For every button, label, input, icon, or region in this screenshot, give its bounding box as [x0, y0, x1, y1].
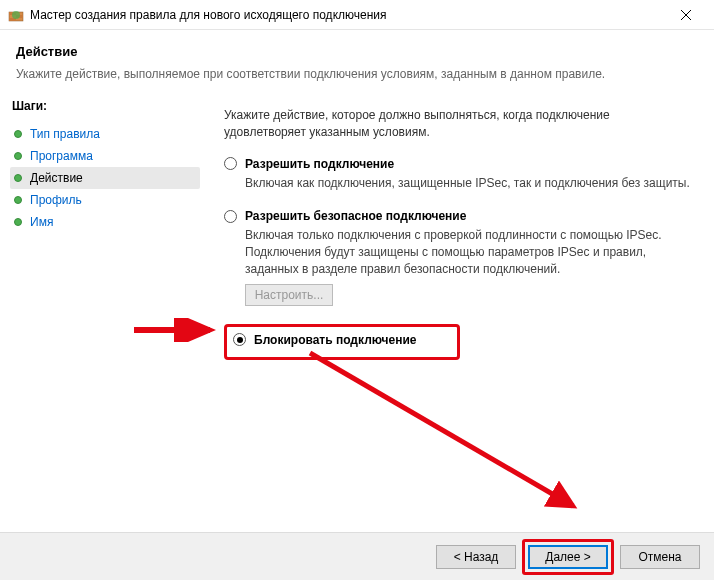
step-action[interactable]: Действие: [10, 167, 200, 189]
bullet-icon: [14, 174, 22, 182]
option-allow-label: Разрешить подключение: [245, 157, 394, 171]
radio-allow[interactable]: [224, 157, 237, 170]
option-block: Блокировать подключение: [233, 333, 417, 347]
radio-block[interactable]: [233, 333, 246, 346]
step-label: Имя: [30, 215, 53, 229]
wizard-main: Укажите действие, которое должно выполня…: [200, 91, 714, 531]
radio-allow-secure[interactable]: [224, 210, 237, 223]
step-label: Действие: [30, 171, 83, 185]
option-block-head[interactable]: Блокировать подключение: [233, 333, 417, 347]
wizard-header: Действие Укажите действие, выполняемое п…: [0, 30, 714, 91]
window-title: Мастер создания правила для нового исход…: [30, 8, 666, 22]
step-program[interactable]: Программа: [10, 145, 200, 167]
step-label: Тип правила: [30, 127, 100, 141]
wizard-sidebar: Шаги: Тип правила Программа Действие Про…: [0, 91, 200, 531]
bullet-icon: [14, 218, 22, 226]
option-allow-secure: Разрешить безопасное подключение Включая…: [224, 209, 690, 305]
cancel-button[interactable]: Отмена: [620, 545, 700, 569]
step-name[interactable]: Имя: [10, 211, 200, 233]
wizard-footer: < Назад Далее > Отмена: [0, 532, 714, 580]
option-allow-head[interactable]: Разрешить подключение: [224, 157, 690, 171]
bullet-icon: [14, 196, 22, 204]
bullet-icon: [14, 152, 22, 160]
close-button[interactable]: [666, 2, 706, 28]
step-rule-type[interactable]: Тип правила: [10, 123, 200, 145]
option-allow: Разрешить подключение Включая как подклю…: [224, 157, 690, 192]
main-intro-text: Укажите действие, которое должно выполня…: [224, 107, 690, 141]
next-button[interactable]: Далее >: [528, 545, 608, 569]
configure-button: Настроить...: [245, 284, 333, 306]
bullet-icon: [14, 130, 22, 138]
page-title: Действие: [16, 44, 698, 59]
svg-point-4: [12, 11, 20, 19]
annotation-highlight-block: Блокировать подключение: [224, 324, 460, 360]
back-button[interactable]: < Назад: [436, 545, 516, 569]
option-block-label: Блокировать подключение: [254, 333, 417, 347]
step-label: Программа: [30, 149, 93, 163]
firewall-icon: [8, 7, 24, 23]
page-subtitle: Укажите действие, выполняемое при соотве…: [16, 67, 698, 81]
option-allow-secure-head[interactable]: Разрешить безопасное подключение: [224, 209, 690, 223]
option-allow-desc: Включая как подключения, защищенные IPSe…: [245, 175, 690, 192]
annotation-highlight-next: Далее >: [522, 539, 614, 575]
step-profile[interactable]: Профиль: [10, 189, 200, 211]
step-label: Профиль: [30, 193, 82, 207]
steps-title: Шаги:: [10, 99, 200, 113]
option-allow-secure-desc: Включая только подключения с проверкой п…: [245, 227, 690, 277]
window-titlebar: Мастер создания правила для нового исход…: [0, 0, 714, 30]
close-icon: [681, 10, 691, 20]
option-allow-secure-label: Разрешить безопасное подключение: [245, 209, 466, 223]
